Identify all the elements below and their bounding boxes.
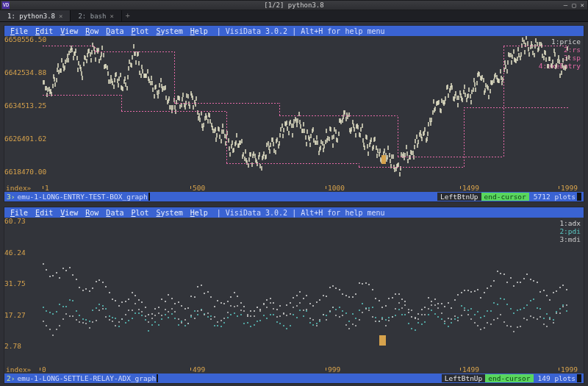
- status-cap-icon: [577, 374, 581, 382]
- cursor-mode: end-cursor: [485, 374, 533, 382]
- tab-close-icon[interactable]: ×: [110, 12, 113, 20]
- ytick: 31.75: [4, 279, 26, 287]
- ytick: 17.27: [4, 311, 26, 319]
- maximize-icon[interactable]: ▢: [572, 1, 576, 9]
- menu-file[interactable]: File: [7, 27, 31, 35]
- sheet-title: emu-1-LONG-SETTLE-RELAY-ADX_graph: [17, 374, 156, 382]
- last-event: LeftBtnUp: [442, 374, 485, 382]
- menu-data[interactable]: Data: [103, 27, 126, 35]
- ytick: 6650556.50: [4, 36, 46, 43]
- ytick: 46.24: [4, 249, 26, 257]
- menu-data[interactable]: Data: [103, 209, 126, 217]
- xtick: 499: [190, 365, 205, 374]
- pane-bottom: FileEditViewRowDataPlotSystemHelp| VisiD…: [4, 207, 584, 384]
- terminal-tabs: 1: python3.8 × 2: bash × +: [0, 10, 588, 22]
- cursor-pipe-icon: [157, 374, 158, 382]
- xtick: 1499: [460, 365, 479, 374]
- menu-row[interactable]: Row: [82, 27, 101, 35]
- menu-help[interactable]: Help: [187, 27, 211, 35]
- ytick: 2.78: [4, 342, 21, 350]
- menu-system[interactable]: System: [154, 27, 186, 35]
- tab-label: 2: bash: [78, 12, 106, 20]
- menu-edit[interactable]: Edit: [32, 27, 56, 35]
- plot-count: 149 plots: [538, 374, 576, 382]
- menu-file[interactable]: File: [7, 209, 31, 217]
- wm-controls: — ▢ ×: [564, 1, 584, 9]
- minimize-icon[interactable]: —: [564, 1, 567, 9]
- close-icon[interactable]: ×: [581, 1, 584, 9]
- pane-index: 2›: [7, 374, 15, 382]
- menu-info: | VisiData 3.0.2 | Alt+H for help menu: [217, 27, 385, 35]
- cursor-block[interactable]: [379, 335, 386, 346]
- tab-label: 1: python3.8: [7, 12, 55, 20]
- pane-index: 3›: [7, 193, 15, 201]
- legend-item: 2:pdi: [559, 227, 581, 235]
- xtick: 999: [326, 365, 340, 374]
- legend-item: 1:price: [539, 37, 581, 46]
- menu-help[interactable]: Help: [187, 209, 211, 217]
- window-root: VD [1/2] python3.8 — ▢ × 1: python3.8 × …: [0, 0, 588, 386]
- cursor-pipe-icon: [148, 193, 150, 201]
- xtick: 1000: [326, 184, 345, 192]
- xtick: 1: [43, 184, 49, 192]
- panes: FileEditViewRowDataPlotSystemHelp| VisiD…: [0, 22, 588, 386]
- menu-system[interactable]: System: [154, 209, 186, 217]
- legend-item: 3:mdi: [559, 235, 581, 243]
- cursor-block[interactable]: [381, 155, 386, 164]
- pane-top: FileEditViewRowDataPlotSystemHelp| VisiD…: [4, 25, 584, 202]
- tab-add-button[interactable]: +: [122, 10, 134, 21]
- menu-row[interactable]: Row: [82, 209, 101, 217]
- tab-close-icon[interactable]: ×: [59, 12, 62, 20]
- menu-plot[interactable]: Plot: [128, 27, 151, 35]
- legend-item: 1:adx: [559, 219, 581, 227]
- ytick: 60.73: [4, 218, 26, 225]
- menu-edit[interactable]: Edit: [32, 209, 56, 217]
- tab-bash[interactable]: 2: bash ×: [71, 10, 121, 21]
- xtick: 0: [40, 365, 46, 374]
- xtick: 1499: [460, 184, 479, 192]
- menubar: FileEditViewRowDataPlotSystemHelp| VisiD…: [4, 26, 584, 36]
- xaxis-label: index»: [6, 365, 31, 374]
- menu-view[interactable]: View: [57, 209, 81, 217]
- statusbar: 3› emu-1-LONG-ENTRY-TEST-BOX_graph LeftB…: [4, 192, 584, 201]
- last-event: LeftBtnUp: [437, 193, 481, 201]
- ytick: 6634513.25: [4, 101, 46, 110]
- ytick: 6626491.62: [4, 135, 46, 143]
- legend: 1:adx2:pdi3:mdi: [559, 219, 581, 243]
- app-icon: VD: [2, 1, 10, 9]
- ytick: 6618470.00: [4, 168, 46, 176]
- ytick: 6642534.88: [4, 68, 46, 76]
- xtick: 1999: [559, 184, 578, 192]
- sheet-title: emu-1-LONG-ENTRY-TEST-BOX_graph: [17, 193, 147, 201]
- plot-count: 5712 plots: [534, 193, 576, 201]
- statusbar: 2› emu-1-LONG-SETTLE-RELAY-ADX_graph Lef…: [4, 374, 584, 383]
- menubar: FileEditViewRowDataPlotSystemHelp| VisiD…: [4, 207, 584, 218]
- plot-area[interactable]: 6650556.506642534.886634513.256626491.62…: [4, 36, 584, 192]
- cursor-mode: end-cursor: [481, 193, 529, 201]
- menu-plot[interactable]: Plot: [128, 209, 151, 217]
- menu-view[interactable]: View: [57, 27, 81, 35]
- xtick: 500: [190, 184, 205, 192]
- wm-title: [1/2] python3.8: [264, 1, 323, 9]
- tab-python[interactable]: 1: python3.8 ×: [0, 10, 71, 21]
- wm-titlebar[interactable]: VD [1/2] python3.8 — ▢ ×: [0, 0, 588, 10]
- menu-info: | VisiData 3.0.2 | Alt+H for help menu: [217, 209, 385, 217]
- plot-area[interactable]: 60.7346.2431.7517.272.78index»0499999149…: [4, 218, 584, 374]
- xaxis-label: index»: [6, 184, 31, 192]
- xtick: 1999: [559, 365, 578, 374]
- status-cap-icon: [577, 193, 581, 201]
